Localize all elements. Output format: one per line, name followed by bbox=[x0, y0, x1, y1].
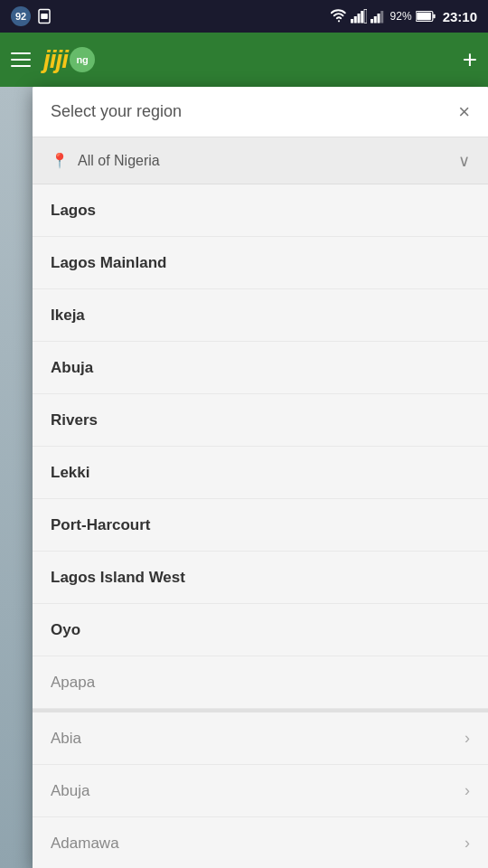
list-item[interactable]: Apapa bbox=[33, 656, 488, 709]
list-item[interactable]: Lekki bbox=[33, 447, 488, 499]
modal-header: Select your region × bbox=[33, 87, 488, 137]
svg-rect-8 bbox=[371, 19, 373, 24]
close-button[interactable]: × bbox=[458, 102, 470, 122]
list-item[interactable]: Port-Harcourt bbox=[33, 499, 488, 552]
logo-badge: ng bbox=[70, 47, 95, 72]
status-bar: 92 92% bbox=[0, 0, 488, 33]
hamburger-button[interactable] bbox=[11, 47, 36, 72]
svg-rect-4 bbox=[353, 16, 356, 24]
item-label: Apapa bbox=[51, 674, 470, 692]
battery-percent: 92% bbox=[390, 10, 412, 23]
list-item[interactable]: Lagos Island West bbox=[33, 552, 488, 604]
svg-rect-6 bbox=[361, 11, 363, 24]
list-item[interactable]: Abuja › bbox=[33, 765, 488, 817]
svg-rect-14 bbox=[417, 13, 431, 21]
svg-rect-3 bbox=[351, 19, 353, 24]
notification-badge: 92 bbox=[11, 6, 31, 26]
all-nigeria-selector[interactable]: 📍 All of Nigeria ∨ bbox=[33, 137, 488, 184]
sim-icon bbox=[36, 8, 52, 24]
status-right: 92% 23:10 bbox=[331, 8, 477, 24]
signal2-icon bbox=[371, 9, 387, 24]
item-label: Lagos Island West bbox=[51, 569, 470, 587]
svg-rect-1 bbox=[41, 14, 48, 19]
svg-rect-5 bbox=[357, 14, 360, 24]
svg-rect-10 bbox=[377, 14, 380, 24]
list-item[interactable]: Abia › bbox=[33, 712, 488, 765]
list-item[interactable]: Abuja bbox=[33, 342, 488, 394]
svg-rect-13 bbox=[433, 14, 435, 19]
chevron-right-icon: › bbox=[465, 781, 470, 800]
modal-title: Select your region bbox=[51, 102, 182, 121]
app-header: jiji ng + bbox=[0, 33, 488, 87]
location-icon: 📍 bbox=[51, 152, 69, 169]
chevron-right-icon: › bbox=[465, 834, 470, 853]
item-label: Lagos bbox=[51, 202, 470, 220]
list-item[interactable]: Ikeja bbox=[33, 289, 488, 342]
item-label: Oyo bbox=[51, 621, 470, 639]
item-label: Ikeja bbox=[51, 307, 470, 325]
svg-rect-7 bbox=[364, 10, 367, 24]
list-item-rivers[interactable]: Rivers bbox=[33, 394, 488, 447]
battery-icon bbox=[416, 10, 436, 23]
list-item[interactable]: Adamawa › bbox=[33, 817, 488, 868]
chevron-right-icon: › bbox=[465, 729, 470, 748]
item-label: Abia bbox=[51, 730, 465, 748]
list-item[interactable]: Oyo bbox=[33, 604, 488, 656]
list-item[interactable]: Lagos Mainland bbox=[33, 237, 488, 289]
item-label: Rivers bbox=[51, 411, 470, 429]
chevron-down-icon: ∨ bbox=[458, 151, 470, 171]
status-left: 92 bbox=[11, 6, 52, 26]
item-label: Adamawa bbox=[51, 835, 465, 853]
region-selector-label: All of Nigeria bbox=[78, 153, 458, 169]
wifi-icon bbox=[331, 8, 347, 24]
item-label: Lagos Mainland bbox=[51, 254, 470, 272]
item-label: Lekki bbox=[51, 464, 470, 482]
region-modal: Select your region × 📍 All of Nigeria ∨ … bbox=[33, 87, 488, 868]
all-region-list: Abia › Abuja › Adamawa › bbox=[33, 712, 488, 868]
signal-icon bbox=[351, 9, 367, 24]
popular-region-list: Lagos Lagos Mainland Ikeja Abuja Rivers … bbox=[33, 184, 488, 709]
svg-point-2 bbox=[337, 20, 339, 22]
add-listing-button[interactable]: + bbox=[463, 45, 477, 74]
svg-rect-11 bbox=[380, 11, 383, 24]
clock: 23:10 bbox=[443, 9, 477, 24]
item-label: Abuja bbox=[51, 359, 470, 377]
logo: jiji ng bbox=[43, 45, 95, 74]
svg-rect-9 bbox=[373, 16, 376, 24]
logo-text: jiji bbox=[43, 45, 68, 74]
item-label: Abuja bbox=[51, 782, 465, 800]
item-label: Port-Harcourt bbox=[51, 516, 470, 534]
list-item[interactable]: Lagos bbox=[33, 184, 488, 237]
